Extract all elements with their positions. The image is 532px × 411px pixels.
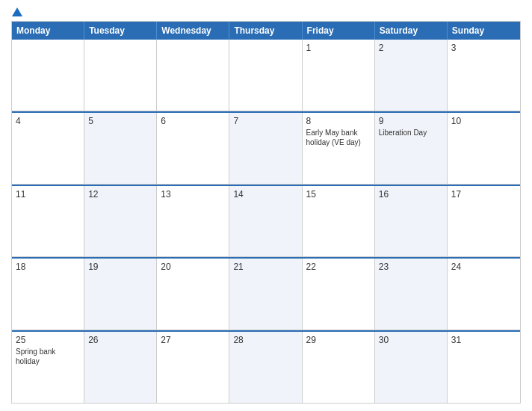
day-number: 16 xyxy=(379,189,443,200)
calendar-cell: 17 xyxy=(448,186,520,257)
day-number: 12 xyxy=(88,189,152,200)
weekday-header-thursday: Thursday xyxy=(229,22,302,40)
day-number: 27 xyxy=(161,335,225,345)
calendar-cell xyxy=(84,40,157,111)
calendar-cell: 7 xyxy=(229,113,302,184)
day-number: 19 xyxy=(88,262,152,272)
day-number: 21 xyxy=(233,262,297,272)
calendar-cell: 9Liberation Day xyxy=(375,113,448,184)
calendar-header: MondayTuesdayWednesdayThursdayFridaySatu… xyxy=(12,22,520,40)
calendar-cell: 20 xyxy=(157,259,229,330)
weekday-header-friday: Friday xyxy=(303,22,375,40)
day-number: 4 xyxy=(16,116,80,126)
weekday-header-sunday: Sunday xyxy=(448,22,520,40)
calendar-cell xyxy=(157,40,229,111)
calendar-week-1: 123 xyxy=(12,40,520,111)
day-number: 28 xyxy=(233,335,297,345)
calendar-event: Early May bank holiday (VE day) xyxy=(306,128,371,147)
calendar-cell: 12 xyxy=(84,186,157,257)
weekday-header-wednesday: Wednesday xyxy=(157,22,229,40)
weekday-header-tuesday: Tuesday xyxy=(84,22,157,40)
calendar-cell: 22 xyxy=(303,259,375,330)
calendar-page: MondayTuesdayWednesdayThursdayFridaySatu… xyxy=(0,0,532,411)
calendar-week-2: 45678Early May bank holiday (VE day)9Lib… xyxy=(12,111,520,185)
calendar-cell: 19 xyxy=(84,259,157,330)
calendar-cell: 15 xyxy=(303,186,375,257)
calendar-cell: 26 xyxy=(84,332,157,403)
calendar-cell: 24 xyxy=(448,259,520,330)
day-number: 15 xyxy=(306,189,371,200)
weekday-header-saturday: Saturday xyxy=(375,22,448,40)
day-number: 29 xyxy=(306,335,371,345)
day-number: 3 xyxy=(451,43,516,53)
calendar-cell: 28 xyxy=(229,332,302,403)
calendar-cell: 11 xyxy=(12,186,84,257)
day-number: 24 xyxy=(451,262,516,272)
calendar-cell: 25Spring bank holiday xyxy=(12,332,84,403)
calendar-cell xyxy=(229,40,302,111)
day-number: 8 xyxy=(306,116,371,126)
calendar-event: Spring bank holiday xyxy=(16,347,80,366)
calendar-cell: 23 xyxy=(375,259,448,330)
calendar-cell xyxy=(12,40,84,111)
day-number: 10 xyxy=(451,116,516,126)
day-number: 11 xyxy=(16,189,80,200)
day-number: 31 xyxy=(451,335,516,345)
calendar-cell: 13 xyxy=(157,186,229,257)
day-number: 9 xyxy=(379,116,443,126)
calendar-event: Liberation Day xyxy=(379,128,443,137)
calendar-cell: 3 xyxy=(448,40,520,111)
calendar-cell: 8Early May bank holiday (VE day) xyxy=(303,113,375,184)
calendar-cell: 29 xyxy=(303,332,375,403)
calendar-cell: 5 xyxy=(84,113,157,184)
day-number: 22 xyxy=(306,262,371,272)
day-number: 18 xyxy=(16,262,80,272)
calendar-cell: 16 xyxy=(375,186,448,257)
calendar-cell: 2 xyxy=(375,40,448,111)
day-number: 20 xyxy=(161,262,225,272)
day-number: 26 xyxy=(88,335,152,345)
calendar-body: 12345678Early May bank holiday (VE day)9… xyxy=(12,40,520,403)
page-header xyxy=(11,7,521,16)
day-number: 5 xyxy=(88,116,152,126)
calendar-cell: 14 xyxy=(229,186,302,257)
day-number: 23 xyxy=(379,262,443,272)
calendar-cell: 4 xyxy=(12,113,84,184)
calendar-cell: 21 xyxy=(229,259,302,330)
day-number: 6 xyxy=(161,116,225,126)
day-number: 1 xyxy=(306,43,371,53)
logo-triangle-icon xyxy=(12,7,22,16)
day-number: 2 xyxy=(379,43,443,53)
calendar-cell: 10 xyxy=(448,113,520,184)
calendar-cell: 18 xyxy=(12,259,84,330)
logo xyxy=(11,7,23,16)
calendar-grid: MondayTuesdayWednesdayThursdayFridaySatu… xyxy=(11,21,521,404)
calendar-cell: 6 xyxy=(157,113,229,184)
day-number: 25 xyxy=(16,335,80,345)
calendar-cell: 30 xyxy=(375,332,448,403)
calendar-week-5: 25Spring bank holiday262728293031 xyxy=(12,330,520,403)
weekday-header-monday: Monday xyxy=(12,22,84,40)
calendar-cell: 31 xyxy=(448,332,520,403)
calendar-cell: 1 xyxy=(303,40,375,111)
day-number: 13 xyxy=(161,189,225,200)
day-number: 30 xyxy=(379,335,443,345)
day-number: 17 xyxy=(451,189,516,200)
day-number: 7 xyxy=(233,116,297,126)
calendar-cell: 27 xyxy=(157,332,229,403)
calendar-week-3: 11121314151617 xyxy=(12,185,520,258)
day-number: 14 xyxy=(233,189,297,200)
calendar-week-4: 18192021222324 xyxy=(12,257,520,330)
